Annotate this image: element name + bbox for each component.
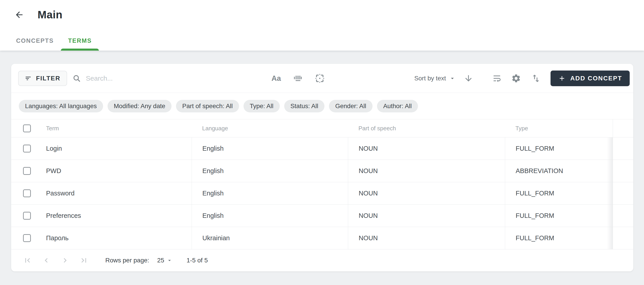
overflow-cell <box>613 160 633 182</box>
filter-chips-row: Languages: All languages Modified: Any d… <box>11 93 633 119</box>
part-of-speech-cell: NOUN <box>348 227 505 249</box>
table-row[interactable]: PWD English NOUN ABBREVIATION <box>11 160 633 182</box>
pagination-nav <box>23 256 88 265</box>
last-page-icon <box>80 256 88 265</box>
row-checkbox[interactable] <box>23 189 31 197</box>
arrow-back-icon <box>14 10 25 20</box>
rows-per-page-select[interactable]: 25 <box>157 257 173 264</box>
pagination-range: 1-5 of 5 <box>186 257 208 264</box>
part-of-speech-cell: NOUN <box>348 182 505 204</box>
chevron-right-icon <box>60 256 70 265</box>
term-value: PWD <box>46 167 61 175</box>
add-concept-button[interactable]: ADD CONCEPT <box>550 71 630 86</box>
row-checkbox[interactable] <box>23 212 31 220</box>
terms-card: FILTER Aa Sort <box>11 64 633 271</box>
search-option-toggles: Aa <box>272 73 325 83</box>
table-header-term: Term <box>11 119 192 137</box>
toolbar-right-tools: Sort by text <box>414 71 630 86</box>
barcode-icon <box>293 73 303 83</box>
wrap-text-icon <box>492 73 502 83</box>
tab-terms[interactable]: TERMS <box>61 31 99 51</box>
column-label-term: Term <box>46 125 59 132</box>
match-case-toggle[interactable]: Aa <box>272 75 281 82</box>
search-input[interactable] <box>86 75 262 82</box>
table-row[interactable]: Пароль Ukrainian NOUN FULL_FORM <box>11 227 633 249</box>
term-value: Preferences <box>46 212 81 219</box>
term-cell: Preferences <box>11 205 192 227</box>
term-cell: Password <box>11 182 192 204</box>
part-of-speech-cell: NOUN <box>348 205 505 227</box>
language-cell: English <box>192 160 348 182</box>
import-export-button[interactable] <box>531 73 541 83</box>
filter-chip[interactable]: Gender: All <box>329 100 372 112</box>
dropdown-caret-icon <box>449 75 456 82</box>
type-cell: FULL_FORM <box>505 137 613 160</box>
overflow-cell <box>613 137 633 160</box>
back-button[interactable] <box>14 10 25 20</box>
filter-button[interactable]: FILTER <box>18 71 67 86</box>
select-all-checkbox[interactable] <box>23 124 31 132</box>
part-of-speech-cell: NOUN <box>348 160 505 182</box>
table-row[interactable]: Preferences English NOUN FULL_FORM <box>11 205 633 227</box>
previous-page-button[interactable] <box>42 256 51 265</box>
language-cell: Ukrainian <box>192 227 348 249</box>
overflow-cell <box>613 227 633 249</box>
table-header-type: Type <box>505 119 613 137</box>
filter-chip[interactable]: Status: All <box>284 100 325 112</box>
filter-chip[interactable]: Modified: Any date <box>108 100 172 112</box>
sort-direction-button[interactable] <box>464 74 473 83</box>
term-value: Password <box>46 190 74 197</box>
row-checkbox[interactable] <box>23 145 31 152</box>
overflow-cell <box>613 182 633 204</box>
page-title: Main <box>38 9 62 21</box>
term-cell: PWD <box>11 160 192 182</box>
filter-list-icon <box>25 75 32 82</box>
tab-concepts[interactable]: CONCEPTS <box>9 31 61 51</box>
first-page-button[interactable] <box>23 256 32 265</box>
table-header-part-of-speech: Part of speech <box>348 119 505 137</box>
add-concept-label: ADD CONCEPT <box>570 75 622 82</box>
language-cell: English <box>192 205 348 227</box>
type-cell: FULL_FORM <box>505 205 613 227</box>
pagination-bar: Rows per page: 25 1-5 of 5 <box>11 249 633 271</box>
part-of-speech-cell: NOUN <box>348 137 505 160</box>
term-cell: Пароль <box>11 227 192 249</box>
term-cell: Login <box>11 137 192 160</box>
tab-bar: CONCEPTS TERMS <box>9 31 644 51</box>
gear-icon <box>511 73 521 83</box>
first-page-icon <box>23 256 32 265</box>
table-row[interactable]: Password English NOUN FULL_FORM <box>11 182 633 205</box>
type-cell: FULL_FORM <box>505 182 613 204</box>
search-box <box>72 74 262 83</box>
exact-match-toggle[interactable] <box>315 73 325 83</box>
search-icon <box>72 74 81 83</box>
filter-chip[interactable]: Type: All <box>244 100 280 112</box>
filter-chip[interactable]: Part of speech: All <box>176 100 239 112</box>
table-header-language: Language <box>192 119 348 137</box>
next-page-button[interactable] <box>60 256 70 265</box>
wrap-text-button[interactable] <box>492 73 502 83</box>
match-word-toggle[interactable] <box>293 73 303 83</box>
page-header: Main CONCEPTS TERMS <box>0 0 644 51</box>
table-row[interactable]: Login English NOUN FULL_FORM <box>11 137 633 160</box>
rows-per-page-value: 25 <box>157 257 164 264</box>
filter-chip[interactable]: Languages: All languages <box>19 100 103 112</box>
sort-by-dropdown[interactable]: Sort by text <box>414 75 456 82</box>
language-cell: English <box>192 182 348 204</box>
row-checkbox[interactable] <box>23 234 31 242</box>
table-body: Login English NOUN FULL_FORM PWD English… <box>11 137 633 249</box>
sort-by-label: Sort by text <box>414 75 446 82</box>
title-row: Main <box>0 0 644 21</box>
match-case-icon: Aa <box>272 74 281 82</box>
last-page-button[interactable] <box>80 256 88 265</box>
dropdown-caret-icon <box>166 257 173 263</box>
chevron-left-icon <box>42 256 51 265</box>
filter-chip[interactable]: Author: All <box>377 100 418 112</box>
filter-button-label: FILTER <box>36 75 60 82</box>
row-checkbox[interactable] <box>23 167 31 175</box>
import-export-icon <box>531 73 541 83</box>
toolbar: FILTER Aa Sort <box>11 64 633 93</box>
focus-frame-icon <box>315 73 325 83</box>
language-cell: English <box>192 137 348 160</box>
settings-button[interactable] <box>511 73 521 83</box>
